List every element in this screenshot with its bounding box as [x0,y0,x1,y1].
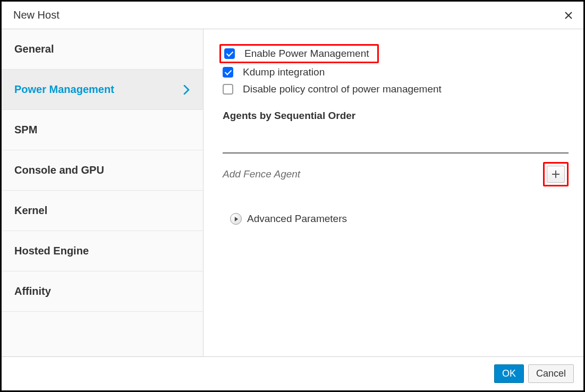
dialog-title: New Host [13,9,60,21]
dialog-footer: OK Cancel [2,356,583,390]
sidebar-item-kernel[interactable]: Kernel [2,191,203,231]
kdump-row: Kdump integration [223,66,569,78]
disable-policy-checkbox[interactable] [223,84,233,95]
enable-pm-checkbox[interactable] [224,48,235,59]
add-fence-agent-highlight [543,162,569,186]
advanced-parameters-toggle[interactable]: Advanced Parameters [230,213,569,225]
divider [223,152,569,154]
add-fence-agent-row: Add Fence Agent [223,162,569,186]
close-icon[interactable] [563,10,574,21]
kdump-label: Kdump integration [243,66,325,78]
sidebar-item-affinity[interactable]: Affinity [2,271,203,312]
dialog-body: General Power Management SPM Console and… [2,29,583,356]
sidebar-item-power-management[interactable]: Power Management [2,70,203,110]
sidebar-item-label: General [14,43,54,55]
sidebar: General Power Management SPM Console and… [2,29,204,356]
sidebar-item-label: Console and GPU [14,164,104,176]
agents-heading: Agents by Sequential Order [223,110,569,122]
content-pane: Enable Power Management Kdump integratio… [204,29,583,356]
disable-policy-row: Disable policy control of power manageme… [223,83,569,95]
sidebar-item-console-gpu[interactable]: Console and GPU [2,150,203,191]
sidebar-item-label: Kernel [14,204,47,217]
cancel-button[interactable]: Cancel [528,364,574,383]
ok-button[interactable]: OK [494,364,524,383]
chevron-right-icon [183,85,190,95]
sidebar-item-general[interactable]: General [2,29,203,70]
disable-policy-label: Disable policy control of power manageme… [243,83,442,95]
add-fence-agent-button[interactable] [547,166,565,183]
sidebar-item-spm[interactable]: SPM [2,110,203,150]
kdump-checkbox[interactable] [223,67,233,78]
expand-icon [230,213,242,225]
plus-icon [552,171,559,178]
add-fence-agent-label: Add Fence Agent [223,168,300,180]
sidebar-item-label: SPM [14,124,37,136]
dialog-header: New Host [2,2,583,29]
enable-pm-row: Enable Power Management [219,44,379,63]
sidebar-item-label: Hosted Engine [14,245,89,257]
advanced-parameters-label: Advanced Parameters [247,213,347,225]
sidebar-item-hosted-engine[interactable]: Hosted Engine [2,231,203,271]
enable-pm-label: Enable Power Management [244,48,369,59]
sidebar-item-label: Affinity [14,285,51,297]
sidebar-item-label: Power Management [14,83,114,96]
